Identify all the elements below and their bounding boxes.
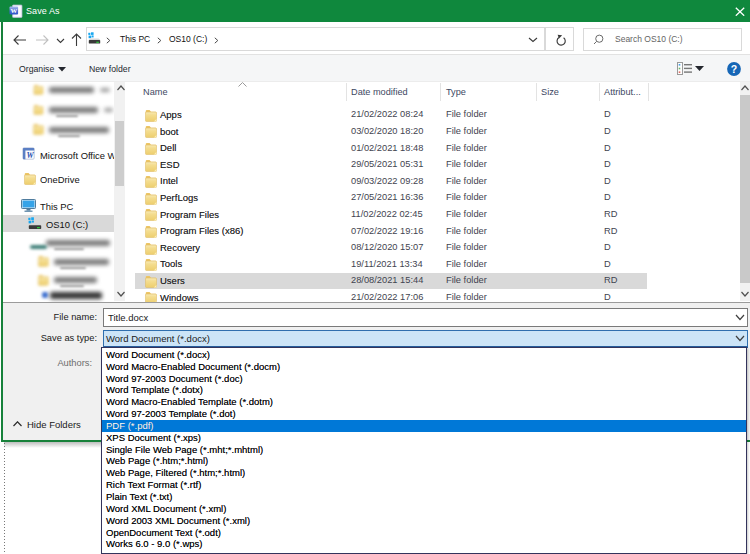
svg-text:W: W xyxy=(26,151,34,160)
svg-text:W: W xyxy=(10,7,17,14)
svg-text:?: ? xyxy=(731,63,737,75)
